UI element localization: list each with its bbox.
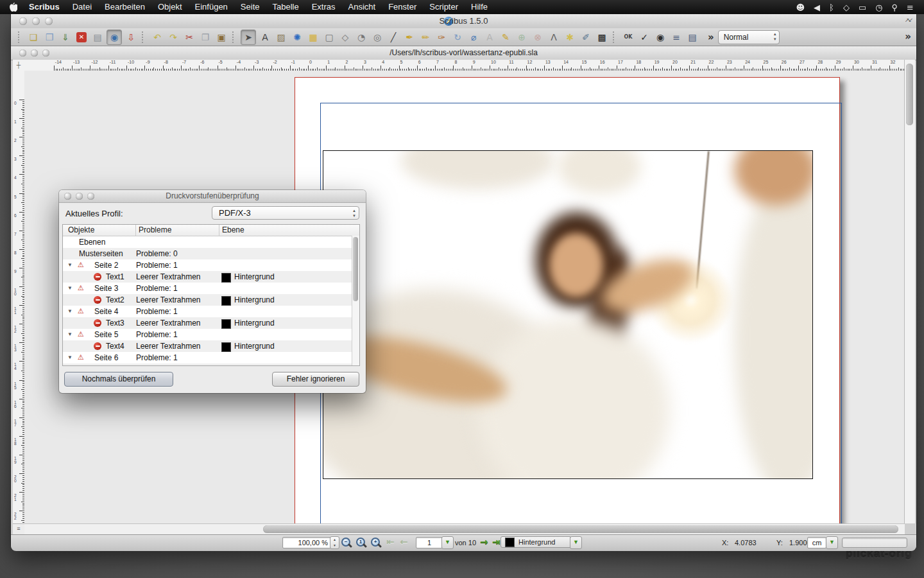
insert-image-frame-icon[interactable]: ▨ <box>274 30 288 44</box>
insert-render-frame-icon[interactable]: ✺ <box>290 30 304 44</box>
menu-bearbeiten[interactable]: Bearbeiten <box>98 0 151 14</box>
insert-calligraphy-icon[interactable]: ✑ <box>434 30 449 44</box>
expand-triangle-icon[interactable]: ▼ <box>67 355 73 360</box>
user-menu-icon[interactable]: ☻ <box>796 3 805 12</box>
horizontal-ruler[interactable]: -14-13-12-11-10-9-8-7-6-5-4-3-2-10123456… <box>24 60 905 71</box>
eyedropper-icon[interactable]: ✐ <box>579 30 593 44</box>
rotate-item-icon[interactable]: ↻ <box>450 30 465 44</box>
zoom-icon[interactable]: ⌀ <box>466 30 481 44</box>
apple-menu-icon[interactable] <box>9 3 17 12</box>
battery-menu-icon[interactable]: ▭ <box>859 3 866 12</box>
column-header-probleme[interactable]: Probleme <box>139 225 171 234</box>
expand-triangle-icon[interactable]: ▼ <box>67 308 73 314</box>
save-document-icon[interactable]: ⇓ <box>58 30 73 44</box>
print-document-icon[interactable]: ▤ <box>90 30 105 44</box>
image-frame-photo[interactable] <box>323 150 813 479</box>
copy-icon[interactable]: ❐ <box>198 30 212 44</box>
expand-triangle-icon[interactable]: ▼ <box>67 262 73 268</box>
zoom-default-icon[interactable]: 1 <box>356 538 368 548</box>
measurements-icon[interactable]: Λ <box>547 30 561 44</box>
dialog-titlebar[interactable]: Druckvorstufenüberprüfung <box>59 190 366 203</box>
dialog-scrollbar[interactable] <box>352 236 359 365</box>
ruler-options-gizmo[interactable]: ≡ <box>13 523 24 535</box>
edit-contents-icon[interactable]: A <box>483 30 497 44</box>
page-select-dropdown-icon[interactable]: ▼ <box>441 536 454 549</box>
layer-select-dropdown-icon[interactable]: ▼ <box>570 536 582 549</box>
issue-row[interactable]: Text4Leerer TextrahmenHintergrund <box>63 340 359 352</box>
preflight-verifier-icon[interactable]: ◉ <box>107 30 122 45</box>
open-document-icon[interactable]: ❒ <box>42 30 56 44</box>
previous-page-icon[interactable]: ← <box>400 536 408 548</box>
pdf-radiobutton-icon[interactable]: ◉ <box>653 30 667 44</box>
menu-tabelle[interactable]: Tabelle <box>266 0 305 14</box>
paste-icon[interactable]: ▣ <box>214 30 228 44</box>
profile-select[interactable]: PDF/X-3 ▲▼ <box>212 206 359 220</box>
volume-menu-icon[interactable]: ◀ <box>814 3 820 12</box>
stepper-arrows-icon[interactable]: ▲▼ <box>352 208 356 218</box>
airport-menu-icon[interactable]: ◇ <box>843 3 850 12</box>
insert-spiral-icon[interactable]: ◎ <box>370 30 384 44</box>
expand-triangle-icon[interactable]: ▼ <box>67 331 73 337</box>
ruler-origin-box[interactable]: ┼ <box>13 60 25 71</box>
menu-objekt[interactable]: Objekt <box>151 0 189 14</box>
layer-select[interactable]: Hintergrund <box>501 536 570 548</box>
insert-polygon-icon[interactable]: ◇ <box>338 30 352 44</box>
bluetooth-menu-icon[interactable]: ᛒ <box>829 3 834 12</box>
horizontal-scrollbar-thumb[interactable] <box>263 525 898 533</box>
insert-table-icon[interactable]: ▦ <box>306 30 320 44</box>
issues-table-header[interactable]: Objekte Probleme Ebene <box>63 225 359 236</box>
unit-select[interactable]: cm <box>807 537 826 548</box>
zoom-out-icon[interactable]: − <box>341 538 353 548</box>
recheck-button[interactable]: Nochmals überprüfen <box>64 372 173 387</box>
toolbar-overflow-chevron[interactable]: » <box>708 31 714 43</box>
issue-row[interactable]: ▼⚠Seite 2Probleme: 1 <box>63 259 359 271</box>
issue-row[interactable]: ▼⚠Seite 5Probleme: 1 <box>63 329 359 340</box>
insert-bezier-icon[interactable]: ✒ <box>402 30 416 44</box>
toolbar-overflow-chevron-right[interactable]: » <box>905 31 911 42</box>
last-page-icon[interactable]: ⇥ <box>492 536 501 548</box>
issue-row[interactable]: ▼⚠Seite 3Probleme: 1 <box>63 283 359 294</box>
page[interactable] <box>295 77 840 523</box>
window-resize-icon[interactable]: ↗↙ <box>905 17 912 23</box>
zoom-level-input[interactable]: 100,00 % <box>282 537 332 548</box>
issue-row[interactable]: Text1Leerer TextrahmenHintergrund <box>63 271 359 283</box>
menu-scripter[interactable]: Scripter <box>423 0 465 14</box>
redo-icon[interactable]: ↷ <box>166 30 180 44</box>
story-editor-icon[interactable]: ✎ <box>499 30 513 44</box>
pdf-pushbutton-icon[interactable]: OK <box>621 30 635 44</box>
export-pdf-icon[interactable]: ⇩ <box>124 30 138 44</box>
unlink-text-frames-icon[interactable]: ⊗ <box>531 30 545 44</box>
horizontal-scrollbar[interactable] <box>24 523 905 535</box>
menu-einfügen[interactable]: Einfügen <box>189 0 234 14</box>
issue-row[interactable]: ▼⚠Seite 6Probleme: 1 <box>63 352 359 363</box>
zoom-stepper[interactable]: ▲▼ <box>330 536 339 549</box>
first-page-icon[interactable]: ⇤ <box>386 536 395 548</box>
menu-fenster[interactable]: Fenster <box>382 0 423 14</box>
issue-row[interactable]: Text2Leerer TextrahmenHintergrund <box>63 294 359 306</box>
pdf-listbox-icon[interactable]: ▤ <box>685 30 699 44</box>
window-titlebar[interactable]: Scribus 1.5.0 ↗↙ <box>11 14 916 29</box>
menu-extras[interactable]: Extras <box>305 0 342 14</box>
dialog-scrollbar-thumb[interactable] <box>353 237 358 301</box>
menu-scribus[interactable]: Scribus <box>22 0 66 14</box>
menu-ansicht[interactable]: Ansicht <box>342 0 382 14</box>
pdf-checkbox-icon[interactable]: ✓ <box>637 30 651 44</box>
close-document-icon[interactable]: ✕ <box>76 32 87 42</box>
notification-center-menu-icon[interactable]: ≡ <box>907 3 914 12</box>
menu-hilfe[interactable]: Hilfe <box>465 0 494 14</box>
page-number-input[interactable]: 1 <box>416 537 443 548</box>
cut-icon[interactable]: ✂ <box>182 30 196 44</box>
column-header-ebene[interactable]: Ebene <box>222 225 244 234</box>
issue-row[interactable]: MusterseitenProbleme: 0 <box>63 248 359 259</box>
document-titlebar[interactable]: /Users/lh/scribus-vorl/wassertanz-epubli… <box>11 46 916 60</box>
menu-datei[interactable]: Datei <box>66 0 98 14</box>
insert-line-icon[interactable]: ╱ <box>386 30 400 44</box>
select-item-icon[interactable]: ➤ <box>241 30 256 45</box>
vertical-ruler[interactable]: 01234567891 01 11 21 31 41 51 61 71 81 9… <box>13 71 25 523</box>
ignore-errors-button[interactable]: Fehler ignorieren <box>272 372 359 387</box>
expand-triangle-icon[interactable]: ▼ <box>67 285 73 291</box>
clock-menu-icon[interactable]: ◷ <box>875 3 882 12</box>
issue-row[interactable]: Ebenen <box>63 236 359 248</box>
issue-row[interactable]: Text3Leerer TextrahmenHintergrund <box>63 317 359 329</box>
issue-row[interactable]: Text5Leerer TextrahmenHintergrund <box>63 363 359 366</box>
